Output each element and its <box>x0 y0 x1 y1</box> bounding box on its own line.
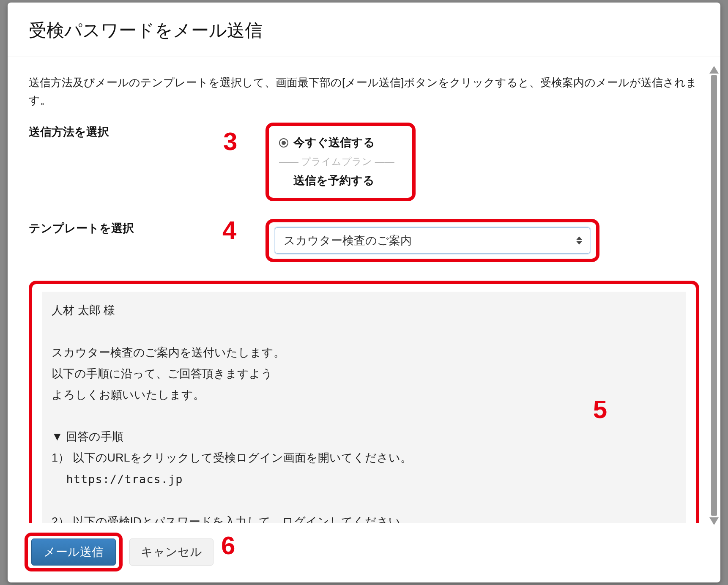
email-preview[interactable]: 人材 太郎 様 スカウター検査のご案内を送付いたします。 以下の手順に沿って、ご… <box>42 292 686 523</box>
modal-footer: メール送信 キャンセル 6 <box>8 523 720 582</box>
radio-send-now-label: 今すぐ送信する <box>293 132 375 153</box>
send-button-highlight-box: メール送信 <box>25 533 123 571</box>
send-method-highlight-box: 今すぐ送信する —— プライムプラン —— 送信を予約する <box>265 123 416 201</box>
modal-title: 受検パスワードをメール送信 <box>29 19 699 42</box>
scrollbar[interactable] <box>709 66 719 525</box>
intro-text: 送信方法及びメールのテンプレートを選択して、画面最下部の[メール送信]ボタンをク… <box>29 74 699 109</box>
template-label: テンプレートを選択 <box>29 219 206 236</box>
radio-send-now[interactable]: 今すぐ送信する <box>279 132 394 153</box>
scroll-up-icon <box>709 66 719 74</box>
preview-line3: よろしくお願いいたします。 <box>52 388 205 401</box>
send-method-label: 送信方法を選択 <box>29 123 206 139</box>
preview-step1: 1） 以下のURLをクリックして受検ログイン画面を開いてください。 <box>52 451 412 464</box>
preview-steps-heading: ▼ 回答の手順 <box>52 430 123 443</box>
scroll-track <box>711 75 717 516</box>
template-row: テンプレートを選択 4 スカウター検査のご案内 <box>29 219 699 262</box>
chevron-updown-icon <box>576 236 582 244</box>
password-email-modal: 受検パスワードをメール送信 送信方法及びメールのテンプレートを選択して、画面最下… <box>8 3 720 582</box>
cancel-button[interactable]: キャンセル <box>129 539 213 566</box>
radio-send-scheduled-label: 送信を予約する <box>293 170 375 191</box>
radio-icon <box>279 138 288 148</box>
marker-3: 3 <box>223 127 237 156</box>
send-mail-button[interactable]: メール送信 <box>31 539 116 566</box>
modal-body[interactable]: 送信方法及びメールのテンプレートを選択して、画面最下部の[メール送信]ボタンをク… <box>8 57 720 523</box>
prime-plan-divider: —— プライムプラン —— <box>279 153 394 170</box>
template-selected-value: スカウター検査のご案内 <box>284 234 412 247</box>
send-method-row: 送信方法を選択 3 今すぐ送信する —— プライムプラン —— 送信を予約する <box>29 123 699 201</box>
preview-greeting: 人材 太郎 様 <box>52 304 115 317</box>
radio-send-scheduled[interactable]: 送信を予約する <box>279 170 394 191</box>
template-select[interactable]: スカウター検査のご案内 <box>275 227 590 254</box>
preview-line1: スカウター検査のご案内を送付いたします。 <box>52 346 285 359</box>
modal-header: 受検パスワードをメール送信 <box>8 3 720 57</box>
scroll-down-icon <box>709 517 719 525</box>
marker-6: 6 <box>221 531 235 560</box>
preview-line2: 以下の手順に沿って、ご回答頂きますよう <box>52 367 273 380</box>
email-preview-highlight-box: 5 人材 太郎 様 スカウター検査のご案内を送付いたします。 以下の手順に沿って… <box>29 281 699 523</box>
preview-step2: 2） 以下の受検IDとパスワードを入力して、ログインしてください。 <box>52 515 412 523</box>
preview-step1-url: https://tracs.jp <box>52 473 183 486</box>
marker-5: 5 <box>593 395 607 424</box>
marker-4: 4 <box>222 216 236 245</box>
template-highlight-box: スカウター検査のご案内 <box>265 219 599 262</box>
